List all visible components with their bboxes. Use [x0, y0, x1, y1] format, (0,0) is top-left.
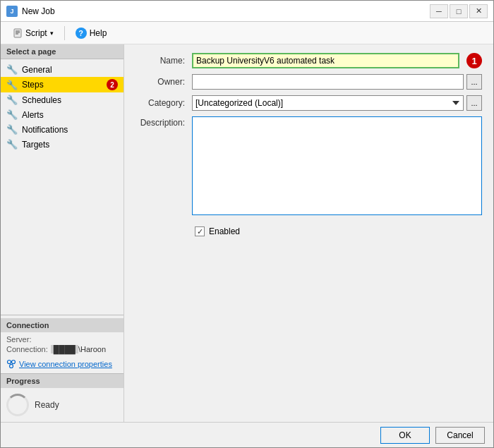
connection-row: Connection: ████\Haroon	[6, 345, 118, 353]
connection-label: Connection:	[6, 345, 48, 353]
owner-browse-button[interactable]: ...	[466, 74, 482, 90]
progress-status: Ready	[35, 400, 59, 410]
sidebar-label-alerts: Alerts	[22, 110, 118, 120]
minimize-button[interactable]: ─	[430, 4, 448, 18]
server-label: Server:	[6, 335, 31, 344]
connection-icon	[6, 359, 16, 369]
owner-input[interactable]	[192, 74, 464, 90]
server-row: Server:	[6, 335, 118, 344]
sidebar-label-steps: Steps	[22, 80, 102, 90]
category-label: Category:	[135, 98, 192, 108]
sidebar-section-title: Select a page	[1, 44, 124, 59]
main-window: J New Job ─ □ ✕ Script ▾ ? Help	[0, 0, 494, 448]
script-label: Script	[25, 28, 47, 38]
description-textarea[interactable]	[192, 116, 482, 215]
sidebar-item-alerts[interactable]: 🔧 Alerts	[1, 107, 124, 122]
category-browse-button[interactable]: ...	[466, 95, 482, 111]
main-content: Select a page 🔧 General 🔧 Steps 2 🔧 Sche…	[1, 44, 493, 422]
sidebar-label-targets: Targets	[22, 140, 118, 150]
help-button[interactable]: ? Help	[69, 25, 114, 42]
svg-point-7	[12, 361, 16, 364]
name-field-wrapper: 1	[192, 53, 482, 68]
wrench-icon-notifications: 🔧	[6, 124, 18, 135]
name-input[interactable]	[192, 53, 459, 68]
title-bar: J New Job ─ □ ✕	[1, 1, 493, 22]
toolbar: Script ▾ ? Help	[1, 22, 493, 44]
wrench-icon-targets: 🔧	[6, 139, 18, 150]
window-icon: J	[6, 6, 18, 17]
connection-title: Connection	[1, 318, 124, 332]
enabled-row: Enabled	[135, 226, 482, 236]
sidebar-items: 🔧 General 🔧 Steps 2 🔧 Schedules 🔧 Alerts	[1, 59, 124, 315]
close-button[interactable]: ✕	[469, 4, 488, 18]
svg-line-9	[9, 364, 11, 365]
svg-rect-2	[14, 29, 21, 37]
progress-spinner	[6, 394, 29, 416]
script-arrow: ▾	[50, 30, 54, 37]
sidebar-item-schedules[interactable]: 🔧 Schedules	[1, 92, 124, 107]
svg-text:J: J	[10, 8, 13, 15]
script-button[interactable]: Script ▾	[6, 25, 60, 42]
enabled-checkbox[interactable]	[195, 226, 205, 236]
category-row: Category: [Uncategorized (Local)] ...	[135, 95, 482, 111]
ok-button[interactable]: OK	[380, 427, 430, 444]
maximize-button[interactable]: □	[450, 4, 468, 18]
sidebar-item-notifications[interactable]: 🔧 Notifications	[1, 122, 124, 137]
script-icon	[13, 28, 23, 38]
sidebar-item-steps[interactable]: 🔧 Steps 2	[1, 77, 124, 92]
wrench-icon-general: 🔧	[6, 64, 18, 75]
sidebar-item-targets[interactable]: 🔧 Targets	[1, 137, 124, 152]
main-panel: Name: 1 Owner: ... Category:	[124, 44, 493, 422]
help-label: Help	[90, 28, 107, 38]
owner-label: Owner:	[135, 77, 192, 87]
progress-content: Ready	[1, 388, 124, 422]
wrench-icon-steps: 🔧	[6, 80, 18, 90]
description-row: Description:	[135, 116, 482, 215]
wrench-icon-schedules: 🔧	[6, 95, 18, 105]
progress-section: Progress Ready	[1, 373, 124, 422]
window-title: New Job	[22, 6, 55, 16]
bottom-bar: OK Cancel	[1, 422, 493, 447]
svg-point-6	[8, 361, 11, 364]
svg-point-8	[10, 365, 13, 368]
sidebar-item-general[interactable]: 🔧 General	[1, 62, 124, 77]
cancel-button[interactable]: Cancel	[435, 427, 485, 444]
name-badge: 1	[466, 53, 482, 68]
sidebar-label-general: General	[22, 65, 118, 75]
enabled-label: Enabled	[209, 226, 240, 236]
category-field-wrapper: [Uncategorized (Local)] ...	[192, 95, 482, 111]
connection-info: Server: Connection: ████\Haroon	[1, 332, 124, 358]
owner-row: Owner: ...	[135, 74, 482, 90]
connection-section: Connection Server: Connection: ████\Haro…	[1, 315, 124, 373]
sidebar-label-schedules: Schedules	[22, 95, 118, 105]
name-row: Name: 1	[135, 53, 482, 68]
sidebar: Select a page 🔧 General 🔧 Steps 2 🔧 Sche…	[1, 44, 124, 422]
view-connection-label: View connection properties	[19, 360, 112, 368]
help-icon: ?	[76, 28, 87, 39]
svg-line-10	[11, 364, 13, 365]
name-label: Name:	[135, 56, 192, 66]
view-connection-properties-link[interactable]: View connection properties	[1, 358, 124, 370]
toolbar-separator	[64, 26, 65, 40]
owner-field-wrapper: ...	[192, 74, 482, 90]
progress-title: Progress	[1, 374, 124, 388]
wrench-icon-alerts: 🔧	[6, 109, 18, 120]
steps-badge: 2	[107, 79, 118, 90]
description-label: Description:	[135, 116, 192, 128]
title-bar-left: J New Job	[6, 6, 55, 17]
sidebar-label-notifications: Notifications	[22, 125, 118, 135]
connection-value: ████\Haroon	[51, 345, 106, 353]
category-select[interactable]: [Uncategorized (Local)]	[192, 95, 464, 111]
title-bar-buttons: ─ □ ✕	[430, 4, 488, 18]
